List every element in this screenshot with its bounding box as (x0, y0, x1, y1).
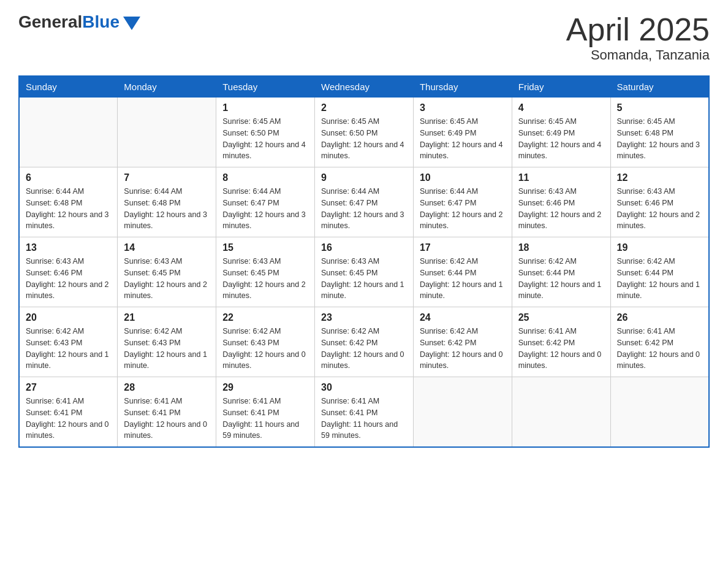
day-info: Sunrise: 6:43 AMSunset: 6:46 PMDaylight:… (26, 256, 111, 302)
day-info: Sunrise: 6:41 AMSunset: 6:41 PMDaylight:… (321, 396, 407, 442)
calendar-cell: 14Sunrise: 6:43 AMSunset: 6:45 PMDayligh… (118, 237, 216, 307)
logo-wordmark: GeneralBlue (18, 12, 119, 32)
day-number: 18 (518, 242, 604, 253)
day-info: Sunrise: 6:42 AMSunset: 6:43 PMDaylight:… (26, 326, 111, 372)
day-number: 10 (420, 172, 506, 183)
calendar-cell: 21Sunrise: 6:42 AMSunset: 6:43 PMDayligh… (118, 307, 216, 377)
day-number: 11 (518, 172, 604, 183)
weekday-header-thursday: Thursday (413, 76, 512, 98)
day-info: Sunrise: 6:43 AMSunset: 6:45 PMDaylight:… (124, 256, 210, 302)
day-info: Sunrise: 6:45 AMSunset: 6:49 PMDaylight:… (420, 116, 506, 162)
day-number: 26 (617, 312, 702, 323)
day-number: 1 (222, 102, 308, 113)
calendar-header-row: SundayMondayTuesdayWednesdayThursdayFrid… (19, 76, 709, 98)
calendar-week-row: 1Sunrise: 6:45 AMSunset: 6:50 PMDaylight… (19, 98, 709, 167)
calendar-cell: 3Sunrise: 6:45 AMSunset: 6:49 PMDaylight… (413, 98, 512, 167)
day-number: 27 (26, 382, 111, 393)
calendar-cell: 26Sunrise: 6:41 AMSunset: 6:42 PMDayligh… (610, 307, 709, 377)
day-number: 2 (321, 102, 407, 113)
calendar-cell (512, 377, 610, 448)
day-info: Sunrise: 6:44 AMSunset: 6:48 PMDaylight:… (26, 186, 111, 232)
calendar-cell: 15Sunrise: 6:43 AMSunset: 6:45 PMDayligh… (216, 237, 315, 307)
day-number: 9 (321, 172, 407, 183)
day-number: 3 (420, 102, 506, 113)
calendar-week-row: 13Sunrise: 6:43 AMSunset: 6:46 PMDayligh… (19, 237, 709, 307)
calendar-cell: 19Sunrise: 6:42 AMSunset: 6:44 PMDayligh… (610, 237, 709, 307)
day-number: 7 (124, 172, 210, 183)
calendar-cell: 16Sunrise: 6:43 AMSunset: 6:45 PMDayligh… (315, 237, 414, 307)
calendar-cell: 13Sunrise: 6:43 AMSunset: 6:46 PMDayligh… (19, 237, 118, 307)
day-number: 28 (124, 382, 210, 393)
calendar-title: April 2025 (566, 12, 710, 47)
day-number: 22 (222, 312, 308, 323)
day-number: 4 (518, 102, 604, 113)
day-info: Sunrise: 6:42 AMSunset: 6:44 PMDaylight:… (420, 256, 506, 302)
calendar-cell: 4Sunrise: 6:45 AMSunset: 6:49 PMDaylight… (512, 98, 610, 167)
calendar-cell: 27Sunrise: 6:41 AMSunset: 6:41 PMDayligh… (19, 377, 118, 448)
calendar-cell: 25Sunrise: 6:41 AMSunset: 6:42 PMDayligh… (512, 307, 610, 377)
logo-general-text: General (18, 12, 82, 31)
title-block: April 2025 Somanda, Tanzania (566, 12, 710, 63)
calendar-cell: 12Sunrise: 6:43 AMSunset: 6:46 PMDayligh… (610, 167, 709, 237)
day-number: 21 (124, 312, 210, 323)
day-number: 12 (617, 172, 702, 183)
day-number: 24 (420, 312, 506, 323)
calendar-cell: 10Sunrise: 6:44 AMSunset: 6:47 PMDayligh… (413, 167, 512, 237)
day-info: Sunrise: 6:44 AMSunset: 6:47 PMDaylight:… (321, 186, 407, 232)
calendar-week-row: 6Sunrise: 6:44 AMSunset: 6:48 PMDaylight… (19, 167, 709, 237)
calendar-cell (19, 98, 118, 167)
day-number: 6 (26, 172, 111, 183)
calendar-cell: 6Sunrise: 6:44 AMSunset: 6:48 PMDaylight… (19, 167, 118, 237)
calendar-cell (610, 377, 709, 448)
weekday-header-monday: Monday (118, 76, 216, 98)
day-number: 14 (124, 242, 210, 253)
day-number: 30 (321, 382, 407, 393)
calendar-cell: 2Sunrise: 6:45 AMSunset: 6:50 PMDaylight… (315, 98, 414, 167)
day-number: 20 (26, 312, 111, 323)
page-header: GeneralBlue April 2025 Somanda, Tanzania (18, 12, 710, 63)
day-number: 19 (617, 242, 702, 253)
day-info: Sunrise: 6:41 AMSunset: 6:41 PMDaylight:… (26, 396, 111, 442)
calendar-week-row: 20Sunrise: 6:42 AMSunset: 6:43 PMDayligh… (19, 307, 709, 377)
calendar-cell (413, 377, 512, 448)
calendar-cell: 5Sunrise: 6:45 AMSunset: 6:48 PMDaylight… (610, 98, 709, 167)
day-info: Sunrise: 6:44 AMSunset: 6:47 PMDaylight:… (420, 186, 506, 232)
day-info: Sunrise: 6:45 AMSunset: 6:49 PMDaylight:… (518, 116, 604, 162)
day-info: Sunrise: 6:43 AMSunset: 6:45 PMDaylight:… (222, 256, 308, 302)
day-number: 23 (321, 312, 407, 323)
logo-triangle-icon (123, 17, 140, 30)
day-info: Sunrise: 6:42 AMSunset: 6:43 PMDaylight:… (124, 326, 210, 372)
calendar-cell: 24Sunrise: 6:42 AMSunset: 6:42 PMDayligh… (413, 307, 512, 377)
day-number: 16 (321, 242, 407, 253)
calendar-cell: 18Sunrise: 6:42 AMSunset: 6:44 PMDayligh… (512, 237, 610, 307)
calendar-cell: 29Sunrise: 6:41 AMSunset: 6:41 PMDayligh… (216, 377, 315, 448)
calendar-cell: 17Sunrise: 6:42 AMSunset: 6:44 PMDayligh… (413, 237, 512, 307)
calendar-cell: 30Sunrise: 6:41 AMSunset: 6:41 PMDayligh… (315, 377, 414, 448)
calendar-cell: 11Sunrise: 6:43 AMSunset: 6:46 PMDayligh… (512, 167, 610, 237)
day-info: Sunrise: 6:44 AMSunset: 6:48 PMDaylight:… (124, 186, 210, 232)
calendar-week-row: 27Sunrise: 6:41 AMSunset: 6:41 PMDayligh… (19, 377, 709, 448)
calendar-cell: 28Sunrise: 6:41 AMSunset: 6:41 PMDayligh… (118, 377, 216, 448)
day-info: Sunrise: 6:42 AMSunset: 6:44 PMDaylight:… (617, 256, 702, 302)
calendar-cell (118, 98, 216, 167)
calendar-cell: 22Sunrise: 6:42 AMSunset: 6:43 PMDayligh… (216, 307, 315, 377)
day-info: Sunrise: 6:43 AMSunset: 6:46 PMDaylight:… (617, 186, 702, 232)
calendar-cell: 23Sunrise: 6:42 AMSunset: 6:42 PMDayligh… (315, 307, 414, 377)
weekday-header-sunday: Sunday (19, 76, 118, 98)
day-info: Sunrise: 6:45 AMSunset: 6:48 PMDaylight:… (617, 116, 702, 162)
calendar-cell: 9Sunrise: 6:44 AMSunset: 6:47 PMDaylight… (315, 167, 414, 237)
day-info: Sunrise: 6:41 AMSunset: 6:41 PMDaylight:… (222, 396, 308, 442)
day-info: Sunrise: 6:43 AMSunset: 6:46 PMDaylight:… (518, 186, 604, 232)
day-info: Sunrise: 6:45 AMSunset: 6:50 PMDaylight:… (222, 116, 308, 162)
day-info: Sunrise: 6:41 AMSunset: 6:41 PMDaylight:… (124, 396, 210, 442)
calendar-cell: 8Sunrise: 6:44 AMSunset: 6:47 PMDaylight… (216, 167, 315, 237)
day-number: 8 (222, 172, 308, 183)
day-number: 5 (617, 102, 702, 113)
calendar-subtitle: Somanda, Tanzania (566, 47, 710, 63)
weekday-header-saturday: Saturday (610, 76, 709, 98)
day-number: 17 (420, 242, 506, 253)
logo: GeneralBlue (18, 12, 140, 32)
day-info: Sunrise: 6:42 AMSunset: 6:42 PMDaylight:… (321, 326, 407, 372)
day-info: Sunrise: 6:45 AMSunset: 6:50 PMDaylight:… (321, 116, 407, 162)
weekday-header-wednesday: Wednesday (315, 76, 414, 98)
